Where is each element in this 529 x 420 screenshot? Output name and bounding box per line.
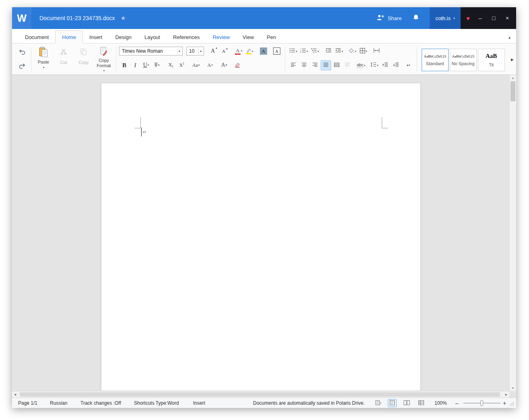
numbered-list-button[interactable]: 123 ▾: [299, 46, 309, 56]
underline-button[interactable]: U ▾: [141, 60, 151, 70]
line-spacing-button[interactable]: ▾: [369, 60, 380, 70]
redo-button[interactable]: [17, 62, 27, 72]
maximize-button[interactable]: □: [490, 15, 497, 21]
vertical-scroll-thumb[interactable]: [510, 81, 515, 101]
view-mode-read-button[interactable]: [374, 399, 383, 407]
bullet-list-icon: [289, 48, 295, 54]
space-decrease-icon: [393, 62, 399, 68]
tab-layout[interactable]: Layout: [138, 31, 167, 43]
view-mode-web-button[interactable]: [402, 399, 411, 407]
track-changes-indicator[interactable]: Track changes :Off: [80, 400, 121, 406]
paragraph-space-decrease-button[interactable]: [391, 60, 401, 70]
horizontal-scroll-thumb[interactable]: [20, 392, 500, 397]
document-page[interactable]: ↵: [101, 83, 421, 391]
text-effect-button[interactable]: A ▾: [219, 60, 229, 70]
vertical-scrollbar[interactable]: ▲ ▼: [509, 75, 516, 391]
justify-button[interactable]: [321, 60, 331, 70]
font-size-select[interactable]: 10 ▾: [186, 47, 204, 56]
favorites-heart-icon[interactable]: ♥: [466, 15, 470, 22]
align-center-button[interactable]: [299, 60, 309, 70]
minimize-button[interactable]: –: [477, 15, 484, 21]
copy-button[interactable]: Copy: [74, 45, 93, 73]
resize-grip[interactable]: [510, 401, 514, 407]
account-menu[interactable]: coth.is ▾: [430, 7, 461, 29]
chevron-down-icon: ▾: [342, 50, 343, 53]
shortcuts-type-indicator[interactable]: Shortcuts Type:Word: [134, 400, 179, 406]
word-wrap-button[interactable]: abc ▾: [356, 60, 366, 70]
horizontal-scroll-track[interactable]: [18, 391, 503, 397]
tab-design[interactable]: Design: [109, 31, 138, 43]
shrink-font-button[interactable]: A▼: [218, 46, 229, 56]
clear-formatting-button[interactable]: [232, 60, 243, 70]
share-button[interactable]: Share: [377, 14, 402, 22]
indent-settings-button[interactable]: [371, 46, 382, 56]
character-shading-button[interactable]: A: [258, 46, 269, 56]
tab-view[interactable]: View: [236, 31, 260, 43]
multilevel-list-button[interactable]: ▾: [310, 46, 320, 56]
paragraph-space-increase-button[interactable]: [380, 60, 391, 70]
undo-button[interactable]: [17, 47, 27, 58]
copy-icon: [80, 47, 87, 56]
change-case-button[interactable]: Aa ▾: [191, 60, 201, 70]
tab-review[interactable]: Review: [206, 31, 236, 43]
tab-document[interactable]: Document: [19, 31, 55, 43]
app-logo[interactable]: W: [12, 7, 31, 29]
page-indicator[interactable]: Page 1/1: [18, 400, 37, 406]
chevron-down-icon: ▾: [241, 50, 243, 53]
scroll-right-button[interactable]: ▶: [503, 393, 509, 396]
distribute-text-button[interactable]: [331, 60, 342, 70]
font-color-button[interactable]: A ▾: [233, 46, 244, 56]
close-button[interactable]: ×: [504, 15, 510, 21]
style-card-title[interactable]: AaB Tit: [478, 49, 505, 71]
paste-button[interactable]: Paste ▾: [34, 45, 53, 73]
language-indicator[interactable]: Russian: [50, 400, 67, 406]
margin-mark-top-left: [134, 117, 141, 128]
align-right-button[interactable]: [310, 60, 320, 70]
borders-button[interactable]: ▾: [358, 46, 368, 56]
insert-mode-indicator[interactable]: Insert: [193, 400, 205, 406]
character-spacing-button[interactable]: A ▾: [205, 60, 215, 70]
tab-references[interactable]: References: [167, 31, 206, 43]
notifications-button[interactable]: [413, 14, 419, 23]
scroll-up-button[interactable]: ▲: [510, 75, 516, 81]
grow-font-button[interactable]: A▲: [208, 46, 218, 56]
bullet-list-button[interactable]: ▾: [288, 46, 298, 56]
strikethrough-button[interactable]: T ▾: [152, 60, 162, 70]
clipboard-group: Paste ▾ Cut Copy Copy Format ▾: [33, 45, 115, 74]
line-break-button[interactable]: ↵: [403, 60, 414, 70]
zoom-slider[interactable]: [463, 403, 500, 404]
tab-insert[interactable]: Insert: [83, 31, 109, 43]
character-border-button[interactable]: A: [272, 46, 282, 56]
shading-button[interactable]: ▾: [347, 46, 358, 56]
scroll-down-button[interactable]: ▼: [510, 385, 516, 391]
zoom-in-button[interactable]: +: [503, 400, 506, 406]
font-family-select[interactable]: Times New Roman ▾: [119, 47, 183, 56]
decrease-indent-button[interactable]: [323, 46, 333, 56]
subscript-icon: X1: [169, 62, 174, 68]
favorite-star-icon[interactable]: ★: [121, 14, 126, 22]
ribbon-separator: [285, 47, 285, 72]
superscript-button[interactable]: X1: [177, 60, 187, 70]
copy-format-button[interactable]: Copy Format ▾: [95, 45, 113, 73]
bold-button[interactable]: B: [119, 60, 130, 70]
superscript-icon: X1: [179, 62, 185, 68]
cut-button[interactable]: Cut: [54, 45, 73, 73]
style-card-no-spacing[interactable]: AaBbCcDd123 No Spacing: [450, 49, 477, 71]
align-left-button[interactable]: [288, 60, 298, 70]
increase-indent-button[interactable]: ▾: [334, 46, 344, 56]
zoom-slider-thumb[interactable]: [480, 400, 483, 406]
tab-home[interactable]: Home: [55, 31, 83, 43]
letter-align-button[interactable]: [342, 60, 353, 70]
italic-button[interactable]: I: [130, 60, 140, 70]
ribbon-collapse-button[interactable]: ▴: [508, 35, 510, 39]
highlight-color-button[interactable]: ▾: [244, 46, 255, 56]
horizontal-scrollbar[interactable]: ◀ ▶: [12, 391, 509, 397]
zoom-out-button[interactable]: –: [455, 400, 459, 406]
scroll-left-button[interactable]: ◀: [12, 393, 18, 396]
style-card-standard[interactable]: AaBbCcDd123 Standard: [422, 49, 449, 71]
view-mode-outline-button[interactable]: [417, 399, 426, 407]
view-mode-print-button[interactable]: [388, 399, 397, 407]
subscript-button[interactable]: X1: [166, 60, 176, 70]
styles-gallery-expand-button[interactable]: ▶: [511, 58, 514, 62]
tab-pen[interactable]: Pen: [260, 31, 282, 43]
